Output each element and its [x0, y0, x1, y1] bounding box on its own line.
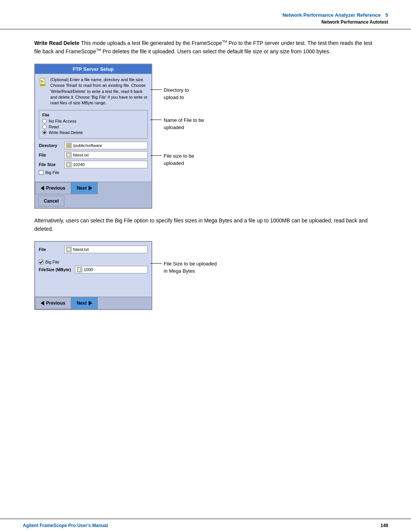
second-annotations: File Size to be uploadedin Mega Bytes [164, 241, 217, 288]
page-footer: Agilent FrameScope Pro User's Manual 149 [0, 519, 411, 532]
footer-left: Agilent FrameScope Pro User's Manual [23, 523, 108, 528]
directory-value: /public/software [73, 143, 102, 148]
file-section: File No File Access Read [39, 110, 148, 139]
trademark-2: TM [96, 48, 101, 52]
previous-label-1: Previous [46, 185, 65, 191]
main-content: Write Read Delete This mode uploads a te… [0, 31, 411, 519]
filesize-mbyte-row: FileSize (MByte) 1000 [39, 266, 148, 273]
filesize-icon [66, 162, 72, 167]
second-file-label: File [39, 247, 62, 252]
dialog-title: FTP Server Setup [35, 64, 151, 74]
intro-paragraph: Write Read Delete This mode uploads a te… [34, 39, 377, 56]
filesize-field-row: File Size 10240 [39, 161, 148, 168]
svg-rect-2 [41, 80, 43, 81]
file-field-row: File fstest.txt [39, 151, 148, 159]
second-dialog-buttons: Previous Next [35, 297, 151, 309]
header-page-num: 5 [386, 12, 388, 18]
directory-input[interactable]: /public/software [64, 142, 148, 149]
radio-write-read-delete-dot[interactable] [42, 130, 47, 135]
filesize-value: 10240 [73, 162, 85, 167]
filesize-input[interactable]: 10240 [64, 161, 148, 168]
directory-field-row: Directory /public/software [39, 142, 148, 149]
second-file-field-row: File fstest.txt [39, 246, 148, 253]
annotation-filesize: File size to beuploaded [164, 152, 204, 167]
svg-rect-10 [78, 268, 80, 271]
annotation-filesize-text: File size to beuploaded [164, 153, 194, 166]
next-arrow-icon [89, 186, 92, 190]
spacer2 [39, 275, 148, 291]
bigfile-checkbox-row[interactable]: Big File [39, 170, 148, 175]
mid-paragraph: Alternatively, users can select the Big … [34, 216, 377, 233]
radio-read-dot[interactable] [42, 125, 47, 129]
file-value: fstest.txt [73, 153, 89, 157]
next-label-2: Next [77, 300, 87, 306]
cancel-button[interactable]: Cancel [38, 196, 64, 206]
radio-no-file-access-dot[interactable] [42, 119, 47, 123]
previous-label-2: Previous [46, 300, 65, 306]
spacer [39, 255, 148, 260]
second-dialog-body: File fstest.txt [35, 242, 151, 294]
previous-arrow-icon [41, 186, 44, 190]
write-read-delete-label: Write Read Delete [34, 40, 80, 46]
radio-read-label: Read [49, 125, 59, 129]
second-file-icon [66, 247, 72, 252]
previous-button-2[interactable]: Previous [35, 297, 71, 309]
filesize-label: File Size [39, 162, 62, 167]
second-dialog: File fstest.txt [34, 241, 152, 310]
second-bigfile-row[interactable]: Big File [39, 260, 148, 264]
bigfile-label: Big File [45, 170, 59, 175]
radio-write-read-delete-label: Write Read Delete [49, 130, 83, 135]
svg-rect-4 [40, 84, 45, 86]
trademark-1: TM [222, 40, 227, 43]
svg-rect-8 [67, 163, 70, 166]
directory-icon [66, 143, 72, 148]
next-button-2[interactable]: Next [71, 297, 98, 309]
radio-no-file-access[interactable]: No File Access [42, 119, 144, 123]
filesize-mbyte-icon [77, 267, 82, 272]
svg-rect-7 [67, 153, 70, 157]
dialog-body: (Optional) Enter a file name, directory … [35, 74, 151, 179]
previous-arrow-icon-2 [41, 301, 44, 305]
second-bigfile-label: Big File [45, 260, 59, 264]
second-bigfile-checkbox[interactable] [39, 260, 43, 264]
next-label-1: Next [77, 185, 87, 191]
second-file-value: fstest.txt [73, 247, 89, 252]
radio-no-file-access-label: No File Access [49, 119, 76, 123]
radio-write-read-delete[interactable]: Write Read Delete [42, 130, 144, 135]
annotation-directory: Directory toupload to [164, 86, 204, 101]
file-section-label: File [42, 113, 144, 117]
svg-rect-3 [41, 81, 44, 82]
second-buttons-row: Previous Next [35, 297, 151, 309]
svg-rect-6 [67, 144, 69, 145]
page-header: Network Performance Analyzer Reference 5… [0, 0, 411, 29]
buttons-row: Previous Next [35, 182, 151, 194]
annotation-directory-text: Directory toupload to [164, 87, 189, 101]
bigfile-checkbox[interactable] [39, 170, 43, 175]
cancel-row: Cancel [35, 194, 151, 208]
dialog-info-text: (Optional) Enter a file name, directory … [50, 77, 148, 106]
next-button-1[interactable]: Next [71, 182, 98, 194]
radio-read[interactable]: Read [42, 125, 144, 129]
first-annotations: Directory toupload to Name of File to be… [164, 64, 204, 181]
filesize-mbyte-label: FileSize (MByte) [39, 267, 73, 272]
header-subtitle: Network Performance Autotest [321, 19, 388, 25]
footer-right: 149 [381, 523, 388, 528]
file-input[interactable]: fstest.txt [64, 151, 148, 159]
annotation-mbyte: File Size to be uploadedin Mega Bytes [164, 260, 217, 275]
file-label: File [39, 153, 62, 157]
directory-label: Directory [39, 143, 62, 148]
filesize-mbyte-value: 1000 [84, 267, 93, 272]
page: Network Performance Analyzer Reference 5… [0, 0, 411, 532]
first-diagram-section: FTP Server Setup (Optional) Enter a file… [34, 64, 377, 209]
annotation-filename-text: Name of File to beuploaded [164, 117, 204, 131]
previous-button-1[interactable]: Previous [35, 182, 71, 194]
annotation-filename: Name of File to beuploaded [164, 117, 204, 131]
filesize-mbyte-input[interactable]: 1000 [75, 266, 148, 273]
svg-rect-9 [67, 248, 70, 251]
next-arrow-icon-2 [89, 301, 92, 305]
file-input-icon [66, 152, 72, 158]
ftp-server-setup-dialog: FTP Server Setup (Optional) Enter a file… [34, 64, 152, 209]
dialog-buttons: Previous Next [35, 182, 151, 194]
second-file-input[interactable]: fstest.txt [64, 246, 148, 253]
cancel-label: Cancel [44, 198, 59, 204]
